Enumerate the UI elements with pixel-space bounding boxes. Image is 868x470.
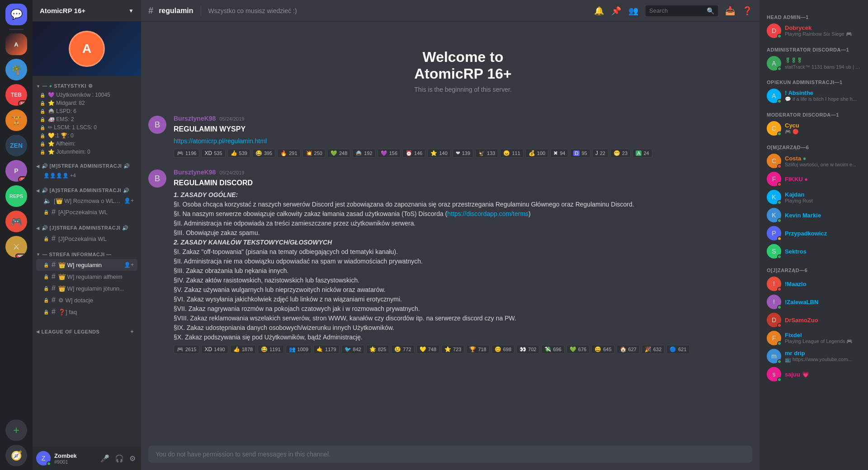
server-icon-reps[interactable]: REPS xyxy=(5,185,27,207)
server-icon-szczub[interactable]: 🌴 xyxy=(5,59,27,80)
reaction-item[interactable]: 🎮1196 xyxy=(174,149,199,158)
reaction-item[interactable]: 🦅133 xyxy=(475,149,498,158)
server-icon-lol[interactable]: ⚔ NEW xyxy=(5,236,27,258)
channel-rozmowa-wl[interactable]: 🔈 [👑 W] Rozmowa o WL #1 👤+ xyxy=(36,195,137,206)
reaction-item[interactable]: ⏰146 xyxy=(402,149,425,158)
reaction-item[interactable]: ❤139 xyxy=(453,149,473,158)
category-j-admin[interactable]: ◀ 🔊 [J]STREFA ADMINISTRACJI 🔊 xyxy=(33,218,141,233)
reaction-item[interactable]: D95 xyxy=(570,149,590,158)
channel-add-user-icon[interactable]: 👤+ xyxy=(124,262,134,268)
reaction-item[interactable]: ⭐723 xyxy=(441,345,464,354)
regulamin-link[interactable]: https://atomicrp.pl/regulamin.html xyxy=(174,137,267,145)
pin-icon[interactable]: 📌 xyxy=(611,6,621,16)
reaction-item[interactable]: 💜156 xyxy=(377,149,401,158)
server-icon-atomic[interactable]: A xyxy=(5,33,27,55)
search-bar[interactable]: 🔍 xyxy=(646,5,718,16)
bell-icon[interactable]: 🔔 xyxy=(594,6,604,16)
member-costa[interactable]: C Costa ● Szlifuj wartości, one w twoim … xyxy=(763,152,864,170)
reaction-item[interactable]: A24 xyxy=(632,149,652,158)
channel-regulamin-alfheim[interactable]: 🔒 # 👑 W] regulamin alfheim xyxy=(36,271,137,282)
channel-j-poczekalnia[interactable]: 🔒 # [J]Poczekalnia WL xyxy=(36,233,137,244)
inbox-icon[interactable]: 📥 xyxy=(725,6,735,16)
reaction-item[interactable]: 🎉632 xyxy=(642,345,665,354)
deafen-button[interactable]: 🎧 xyxy=(113,452,126,465)
message-username-2[interactable]: BursztyneK98 xyxy=(174,169,216,176)
server-icon-explore[interactable]: 🧭 xyxy=(5,445,27,466)
reaction-item[interactable]: 🐦842 xyxy=(341,345,364,354)
reaction-item[interactable]: ⭐140 xyxy=(427,149,450,158)
reaction-item[interactable]: 🌟825 xyxy=(366,345,389,354)
server-icon-discord-home[interactable]: 💬 xyxy=(5,4,27,25)
reaction-item[interactable]: 💥250 xyxy=(302,149,326,158)
reaction-item[interactable]: 🏠627 xyxy=(617,345,640,354)
member-zalewalnb[interactable]: ! !ZalewaLBN xyxy=(763,293,864,311)
mute-button[interactable]: 🎤 xyxy=(99,452,111,465)
reaction-item[interactable]: 😁23 xyxy=(610,149,631,158)
channel-regulamin[interactable]: 🔒 # 👑 W] regulamin 👤+ xyxy=(36,259,137,271)
member-cycu[interactable]: C Cycu 🎮 🔴 xyxy=(763,119,864,137)
user-avatar: Z xyxy=(36,451,51,465)
reaction-item[interactable]: 😂1191 xyxy=(258,345,283,354)
status-indicator xyxy=(777,200,782,205)
category-m-admin[interactable]: ◀ 🔊 [M]STREFA ADMINISTRACJI 🔊 xyxy=(33,156,141,171)
reaction-item[interactable]: XD535 xyxy=(201,149,225,158)
member-maazlo[interactable]: ! !Maazlo xyxy=(763,275,864,293)
reaction-item[interactable]: 😊698 xyxy=(491,345,514,354)
reaction-item[interactable]: 😢772 xyxy=(391,345,414,354)
member-mrdrip[interactable]: m mr drip 📺 https://www.youtube.com... xyxy=(763,347,864,365)
member-admin1[interactable]: A 🎖🎖🎖 statTrack™ 1131 bans 194 ub | od..… xyxy=(763,54,864,72)
channel-regulamin-jotunn[interactable]: 🔒 # 👑 W] regulamin jötunn... xyxy=(36,282,137,294)
reaction-item[interactable]: XD1490 xyxy=(201,345,228,354)
reaction-item[interactable]: 😄645 xyxy=(591,345,614,354)
member-drsamozuo[interactable]: D DrSamoZuo xyxy=(763,311,864,329)
member-sektros[interactable]: S Sektros xyxy=(763,242,864,260)
reaction-item[interactable]: 🔥291 xyxy=(277,149,300,158)
member-przypadkowicz[interactable]: P Przypadkowicz xyxy=(763,224,864,242)
channel-faq[interactable]: 🔒 # ❓] faq xyxy=(36,306,137,318)
reaction-item[interactable]: 😂395 xyxy=(252,149,275,158)
reaction-item[interactable]: 🤙1179 xyxy=(313,345,339,354)
category-statystyki[interactable]: ▼ — ● STATYSTYKI ⚙ xyxy=(33,76,141,91)
reaction-item[interactable]: 👍539 xyxy=(227,149,250,158)
member-absinthe[interactable]: A ! Absinthe 💬 if a life is bitch I hope… xyxy=(763,87,864,105)
members-icon[interactable]: 👥 xyxy=(628,6,638,16)
settings-button[interactable]: ⚙ xyxy=(127,452,137,465)
channel-a-poczekalnia[interactable]: 🔒 # [A]Poczekalnia WL xyxy=(36,206,137,218)
search-input[interactable] xyxy=(649,7,704,14)
reaction-item[interactable]: 👀702 xyxy=(516,345,539,354)
member-kevin[interactable]: K Kevin Markie xyxy=(763,206,864,224)
category-a-admin[interactable]: ◀ 🔊 [A]STREFA ADMINISTRACJI 🔊 xyxy=(33,180,141,195)
message-username-1[interactable]: BursztyneK98 xyxy=(174,115,216,122)
server-header[interactable]: AtomicRP 16+ ▼ xyxy=(33,0,141,22)
reaction-item[interactable]: 💚248 xyxy=(327,149,350,158)
reaction-item[interactable]: 🚔192 xyxy=(352,149,375,158)
server-icon-s6[interactable]: P 12 xyxy=(5,160,27,182)
category-info[interactable]: ▼ — STREFA INFORMACJI — xyxy=(33,244,141,259)
reaction-item[interactable]: 💸696 xyxy=(541,345,564,354)
reaction-item[interactable]: 💛748 xyxy=(416,345,439,354)
server-icon-zen[interactable]: ZEN xyxy=(5,135,27,156)
server-icon-s4[interactable]: 🏋 xyxy=(5,109,27,131)
reaction-item[interactable]: 💰100 xyxy=(525,149,548,158)
reaction-item[interactable]: 👍1878 xyxy=(230,345,256,354)
member-dobrycek[interactable]: D Dobrycek Playing Rainbow Six Siege 🎮 xyxy=(763,22,864,40)
category-lol[interactable]: ◀ League of Legends + xyxy=(33,321,141,337)
reaction-item[interactable]: 😠111 xyxy=(500,149,523,158)
reaction-item[interactable]: 💚676 xyxy=(566,345,590,354)
channel-dotacje[interactable]: 🔒 # ⚙ W] dotacje xyxy=(36,294,137,306)
reaction-item[interactable]: 🎮2615 xyxy=(174,345,199,354)
reaction-item[interactable]: ✖94 xyxy=(550,149,568,158)
member-sajuu[interactable]: s sajuu 💗 xyxy=(763,365,864,383)
member-kajdan[interactable]: K Kajdan Playing Rust xyxy=(763,188,864,206)
reaction-item[interactable]: J22 xyxy=(592,149,609,158)
help-icon[interactable]: ❓ xyxy=(742,6,752,16)
server-icon-s8[interactable]: 🎮 xyxy=(5,211,27,232)
member-fixdel[interactable]: F Fixdel Playing League of Legends 🎮 xyxy=(763,329,864,347)
reaction-item[interactable]: 🏆718 xyxy=(466,345,489,354)
member-name-drsamozuo: DrSamoZuo xyxy=(785,317,861,324)
member-fikku[interactable]: F FIKKU ● xyxy=(763,170,864,188)
server-icon-s3[interactable]: TEB 58 xyxy=(5,84,27,106)
server-icon-add[interactable]: + xyxy=(5,419,27,441)
reaction-item[interactable]: 🔵621 xyxy=(666,345,689,354)
reaction-item[interactable]: 👥1009 xyxy=(286,345,311,354)
